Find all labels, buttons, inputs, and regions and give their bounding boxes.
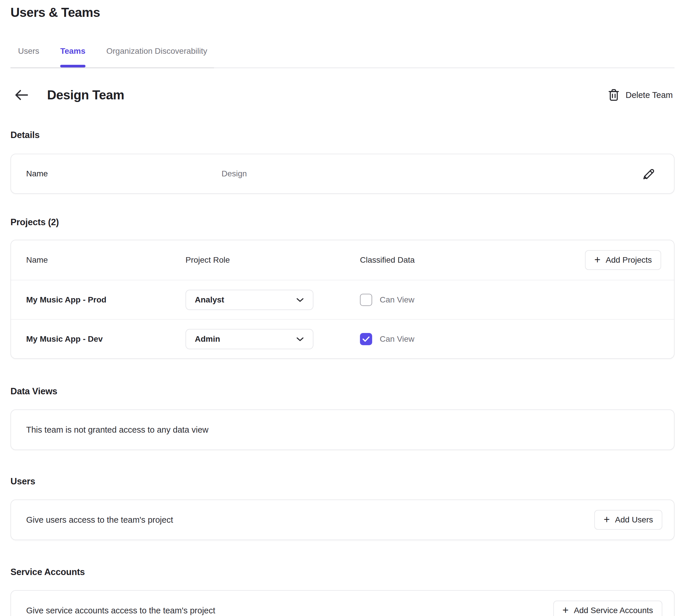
users-empty-text: Give users access to the team's project bbox=[26, 515, 173, 525]
table-row: My Music App - Dev Admin Ca bbox=[11, 319, 674, 358]
column-header-name: Name bbox=[26, 256, 186, 265]
column-header-classified-data: Classified Data bbox=[360, 256, 585, 265]
can-view-checkbox[interactable] bbox=[360, 294, 372, 306]
details-card: Name Design bbox=[10, 154, 675, 194]
delete-team-button[interactable]: Delete Team bbox=[608, 89, 673, 101]
data-views-card: This team is not granted access to any d… bbox=[10, 410, 675, 450]
chevron-down-icon bbox=[296, 336, 304, 342]
trash-icon bbox=[608, 89, 619, 101]
name-label: Name bbox=[26, 169, 221, 178]
tab-organization-discoverability[interactable]: Organization Discoverability bbox=[106, 46, 207, 67]
details-heading: Details bbox=[10, 130, 675, 140]
name-value: Design bbox=[221, 169, 247, 178]
tab-teams[interactable]: Teams bbox=[60, 46, 85, 67]
project-role-select[interactable]: Admin bbox=[186, 329, 314, 349]
add-users-button[interactable]: + Add Users bbox=[594, 510, 662, 530]
service-accounts-heading: Service Accounts bbox=[10, 567, 675, 577]
plus-icon: + bbox=[563, 605, 569, 615]
can-view-checkbox[interactable] bbox=[360, 333, 372, 345]
add-service-accounts-label: Add Service Accounts bbox=[574, 606, 653, 615]
projects-table: Name Project Role Classified Data + Add … bbox=[10, 240, 675, 359]
arrow-left-icon bbox=[15, 89, 28, 101]
project-role-value: Analyst bbox=[195, 295, 224, 305]
projects-heading: Projects (2) bbox=[10, 217, 675, 227]
add-users-label: Add Users bbox=[615, 515, 653, 525]
chevron-down-icon bbox=[296, 297, 304, 303]
tab-bar: Users Teams Organization Discoverability bbox=[10, 46, 675, 67]
project-role-value: Admin bbox=[195, 334, 220, 344]
tab-users[interactable]: Users bbox=[18, 46, 39, 67]
pencil-icon bbox=[643, 168, 655, 180]
edit-name-button[interactable] bbox=[641, 166, 657, 181]
page-title: Users & Teams bbox=[10, 5, 675, 20]
project-name: My Music App - Dev bbox=[26, 334, 186, 344]
projects-table-header: Name Project Role Classified Data + Add … bbox=[11, 240, 674, 280]
data-views-empty-text: This team is not granted access to any d… bbox=[26, 425, 209, 435]
plus-icon: + bbox=[604, 514, 610, 525]
add-service-accounts-button[interactable]: + Add Service Accounts bbox=[553, 600, 662, 616]
table-row: My Music App - Prod Analyst bbox=[11, 280, 674, 319]
team-header: Design Team Delete Team bbox=[10, 86, 675, 104]
project-name: My Music App - Prod bbox=[26, 295, 186, 305]
data-views-heading: Data Views bbox=[10, 386, 675, 397]
can-view-label: Can View bbox=[380, 295, 414, 305]
plus-icon: + bbox=[594, 255, 600, 265]
service-accounts-card: Give service accounts access to the team… bbox=[10, 590, 675, 616]
service-accounts-empty-text: Give service accounts access to the team… bbox=[26, 606, 215, 615]
add-projects-label: Add Projects bbox=[606, 256, 652, 265]
back-button[interactable] bbox=[13, 86, 30, 104]
tab-divider bbox=[10, 67, 675, 68]
column-header-project-role: Project Role bbox=[186, 256, 360, 265]
users-card: Give users access to the team's project … bbox=[10, 500, 675, 540]
can-view-label: Can View bbox=[380, 334, 414, 344]
add-projects-button[interactable]: + Add Projects bbox=[585, 250, 661, 270]
users-teams-page: Users & Teams Users Teams Organization D… bbox=[0, 0, 685, 616]
users-heading: Users bbox=[10, 476, 675, 487]
delete-team-label: Delete Team bbox=[626, 90, 673, 100]
team-title: Design Team bbox=[47, 88, 124, 102]
project-role-select[interactable]: Analyst bbox=[186, 290, 314, 310]
